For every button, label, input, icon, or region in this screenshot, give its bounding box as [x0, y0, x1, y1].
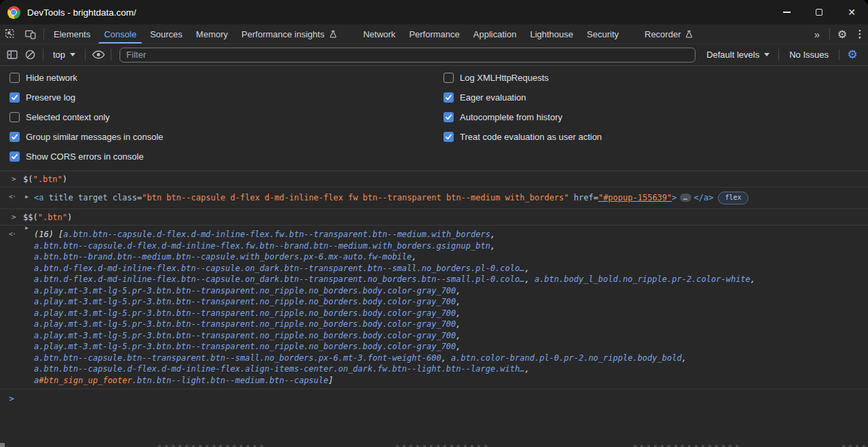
check-icon — [11, 153, 18, 160]
tab-recorder[interactable]: Recorder — [638, 24, 700, 43]
code-segment: , — [524, 274, 534, 284]
console-array-result[interactable]: <·▶(16) [a.btn.btn--capsule.d-flex.d-md-… — [0, 226, 868, 389]
checkbox-checked[interactable] — [444, 132, 454, 142]
more-tabs-button[interactable]: » — [808, 24, 827, 43]
expand-inline-ellipsis-button[interactable]: … — [680, 194, 691, 202]
checkbox-checked[interactable] — [10, 92, 20, 103]
checkbox-unchecked[interactable] — [10, 112, 20, 122]
checkbox-checked[interactable] — [10, 132, 20, 142]
code-segment: $( — [23, 175, 33, 184]
code-segment: a.play.mt-3.mt-lg-5.pr-3.btn.btn--transp… — [34, 331, 456, 340]
check-icon — [11, 133, 18, 141]
levels-label: Default levels — [706, 50, 759, 60]
setting-log-xmlhttprequests[interactable]: Log XMLHttpRequests — [434, 68, 868, 88]
setting-group-similar-messages-in-console[interactable]: Group similar messages in console — [0, 127, 434, 147]
tab-performance-insights[interactable]: Performance insights — [235, 24, 344, 43]
setting-autocomplete-from-history[interactable]: Autocomplete from history — [434, 107, 868, 127]
inspect-element-button[interactable] — [0, 24, 20, 43]
tab-memory[interactable]: Memory — [189, 24, 235, 43]
expand-triangle-icon[interactable]: ▶ — [25, 225, 29, 231]
checkbox-checked[interactable] — [10, 151, 20, 162]
tab-label: Console — [104, 29, 137, 39]
href-link[interactable]: "#popup-155639" — [598, 193, 672, 202]
console-element-result[interactable]: <·▶<a title target class="btn btn--capsu… — [0, 187, 868, 209]
close-button[interactable]: ✕ — [835, 0, 868, 24]
chevron-down-icon — [764, 53, 770, 56]
array-preview-line: a.play.mt-3.mt-lg-5.pr-3.btn.btn--transp… — [34, 285, 755, 297]
console-sidebar-button[interactable] — [3, 46, 21, 64]
filter-input[interactable] — [120, 48, 695, 62]
code-segment: , — [456, 319, 460, 329]
code-segment: , — [412, 252, 416, 262]
kebab-menu-button[interactable]: ⋮ — [852, 24, 868, 43]
array-preview-line: a.btn.btn--capsule.btn--transparent.btn-… — [34, 353, 755, 364]
console-command[interactable]: >$$(".btn") — [0, 209, 868, 226]
code-segment: , — [751, 274, 755, 284]
tab-sources[interactable]: Sources — [143, 24, 189, 43]
code-segment: a.btn.btn--capsule.d-flex.d-md-inline-fl… — [34, 241, 490, 251]
tab-network[interactable]: Network — [357, 24, 403, 43]
inspect-cursor-icon — [5, 29, 16, 40]
tab-label: Application — [473, 29, 517, 39]
code-segment: target — [78, 193, 107, 202]
setting-treat-code-evaluation-as-user-action[interactable]: Treat code evaluation as user action — [434, 127, 868, 147]
toggle-device-toolbar-button[interactable] — [20, 24, 41, 43]
array-preview-line: a#btn_sign_up_footer.btn.btn--light.btn-… — [34, 375, 755, 387]
code-segment: a.play.mt-3.mt-lg-5.pr-3.btn.btn--transp… — [34, 319, 456, 329]
tab-lighthouse[interactable]: Lighthouse — [523, 24, 580, 43]
tab-security[interactable]: Security — [580, 24, 626, 43]
checkbox-label: Selected context only — [26, 112, 110, 122]
array-preview-line: a.play.mt-3.mt-lg-5.pr-3.btn.btn--transp… — [34, 330, 755, 342]
javascript-context-selector[interactable]: top — [47, 50, 82, 60]
settings-gear-button[interactable]: ⚙ — [833, 24, 852, 43]
console-command[interactable]: >$(".btn") — [0, 171, 868, 187]
maximize-button[interactable] — [803, 0, 835, 24]
console-prompt-icon: > — [0, 394, 23, 404]
device-toolbar-icon — [24, 29, 37, 40]
expand-triangle-icon[interactable]: ▶ — [25, 194, 29, 200]
divider — [43, 49, 43, 60]
console-settings-button[interactable]: ⚙ — [842, 48, 863, 62]
console-messages[interactable]: >$(".btn")<·▶<a title target class="btn … — [0, 171, 868, 447]
minimize-button[interactable] — [770, 0, 803, 24]
setting-selected-context-only[interactable]: Selected context only — [0, 107, 434, 127]
code-segment — [107, 193, 112, 202]
checkbox-checked[interactable] — [444, 112, 454, 122]
tab-application[interactable]: Application — [467, 24, 524, 43]
checkbox-checked[interactable] — [444, 92, 454, 103]
code-segment: #btn_sign_up_footer — [39, 376, 132, 385]
setting-hide-network[interactable]: Hide network — [0, 68, 434, 88]
code-segment: </a> — [694, 193, 714, 202]
command-chevron-icon: > — [12, 175, 16, 183]
checkbox-label: Autocomplete from history — [460, 112, 562, 122]
setting-preserve-log[interactable]: Preserve log — [0, 88, 434, 107]
checkbox-unchecked[interactable] — [444, 73, 454, 83]
checkbox-unchecked[interactable] — [10, 73, 20, 83]
console-input-row[interactable]: > — [0, 389, 868, 408]
log-levels-selector[interactable]: Default levels — [700, 50, 776, 60]
tab-label: Lighthouse — [530, 29, 573, 39]
code-segment: $$( — [23, 213, 38, 222]
code-segment: .btn.btn--light.btn--medium.btn--capsule — [132, 376, 329, 385]
clear-console-button[interactable] — [21, 46, 39, 64]
checkbox-label: Group similar messages in console — [26, 132, 163, 142]
divider — [778, 49, 779, 60]
tab-performance[interactable]: Performance — [402, 24, 466, 43]
create-live-expression-button[interactable] — [89, 46, 107, 64]
code-segment: ".btn" — [33, 175, 62, 184]
tab-label: Network — [363, 29, 396, 39]
flex-badge[interactable]: flex — [718, 192, 748, 204]
setting-show-cors-errors-in-console[interactable]: Show CORS errors in console — [0, 147, 434, 166]
tab-elements[interactable]: Elements — [47, 24, 97, 43]
divider — [85, 49, 86, 60]
issues-counter[interactable]: No Issues — [782, 50, 836, 60]
setting-eager-evaluation[interactable]: Eager evaluation — [434, 88, 868, 107]
checkbox-label: Eager evaluation — [460, 92, 526, 103]
tab-console[interactable]: Console — [97, 24, 143, 43]
check-icon — [445, 94, 452, 101]
console-settings-pane: Hide networkPreserve logSelected context… — [0, 66, 868, 171]
tab-label: Performance insights — [242, 29, 325, 39]
console-sidebar-icon — [6, 49, 18, 60]
window-title: DevTools - brightdata.com/ — [27, 7, 137, 18]
command-chevron-icon: > — [12, 213, 16, 221]
